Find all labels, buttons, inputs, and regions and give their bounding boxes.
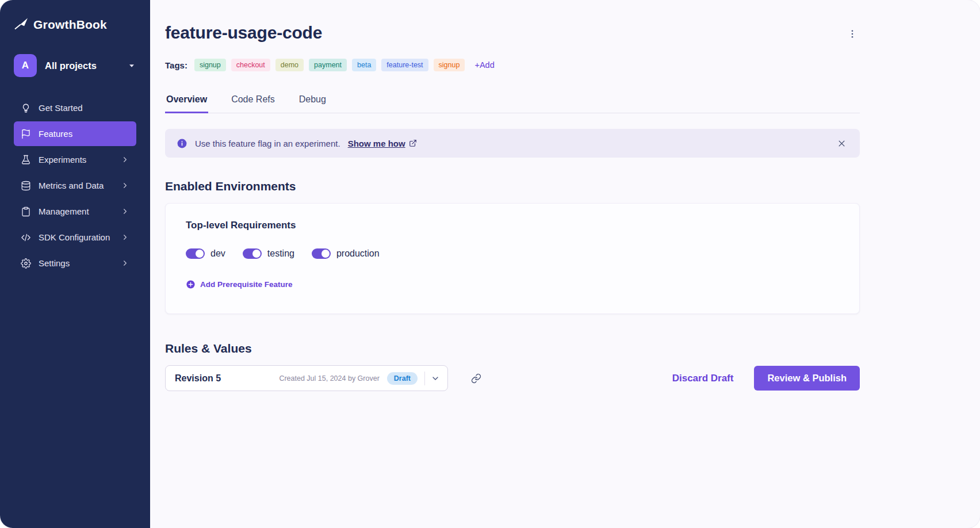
chevron-right-icon [121, 259, 129, 267]
env-testing: testing [243, 248, 294, 259]
tag-pill: signup [434, 59, 465, 71]
flask-icon [21, 155, 31, 165]
nav-label: SDK Configuration [39, 232, 110, 242]
env-label: production [336, 248, 380, 259]
env-production: production [312, 248, 380, 259]
sidebar: GrowthBook A All projects Get Started Fe… [0, 0, 150, 528]
tag-pill: checkout [231, 59, 270, 71]
chevron-down-icon[interactable] [431, 374, 440, 383]
sidebar-nav: Get Started Features Experiments [14, 95, 136, 276]
logo-text: GrowthBook [33, 18, 107, 32]
banner-text: Use this feature flag in an experiment. [195, 139, 340, 148]
tag-pill: demo [275, 59, 304, 71]
sidebar-item-get-started[interactable]: Get Started [14, 95, 136, 120]
revision-selector[interactable]: Revision 5 Created Jul 15, 2024 by Grove… [165, 365, 448, 391]
tab-debug[interactable]: Debug [298, 94, 327, 113]
enabled-environments-heading: Enabled Environments [165, 179, 860, 193]
code-icon [21, 232, 31, 243]
tags-row: Tags: signup checkout demo payment beta … [165, 59, 860, 71]
tag-pill: signup [194, 59, 226, 71]
page-title: feature-usage-code [165, 23, 322, 43]
sidebar-item-settings[interactable]: Settings [14, 251, 136, 276]
project-avatar: A [14, 54, 37, 77]
close-icon[interactable] [835, 137, 848, 150]
database-icon [21, 181, 31, 191]
chevron-right-icon [121, 181, 129, 190]
environments-card: Top-level Requirements dev testing produ… [165, 203, 860, 314]
page-header: feature-usage-code [165, 23, 860, 43]
add-prerequisite-label: Add Prerequisite Feature [200, 280, 293, 289]
tag-pill: payment [309, 59, 347, 71]
sidebar-item-metrics-and-data[interactable]: Metrics and Data [14, 173, 136, 198]
revision-meta: Created Jul 15, 2024 by Grover [279, 374, 379, 382]
kebab-menu-icon[interactable] [845, 26, 860, 41]
status-badge: Draft [387, 372, 418, 385]
nav-label: Get Started [39, 103, 83, 113]
env-label: dev [210, 248, 225, 259]
main-content: feature-usage-code Tags: signup checkout… [150, 0, 980, 528]
experiment-info-banner: Use this feature flag in an experiment. … [165, 129, 860, 158]
add-tag-button[interactable]: +Add [474, 60, 494, 70]
add-prerequisite-feature-button[interactable]: Add Prerequisite Feature [186, 280, 293, 289]
clipboard-icon [21, 206, 31, 217]
growthbook-logo-icon [14, 17, 29, 32]
link-icon[interactable] [471, 373, 481, 384]
nav-label: Features [39, 129, 72, 139]
toggle-knob [252, 250, 261, 258]
environment-toggles: dev testing production [186, 248, 839, 259]
chevron-down-icon [127, 61, 136, 70]
gear-icon [21, 258, 31, 269]
divider [424, 372, 425, 385]
toggle-production[interactable] [312, 248, 331, 259]
tab-bar: Overview Code Refs Debug [165, 94, 860, 113]
toggle-testing[interactable] [243, 248, 262, 259]
show-me-how-link[interactable]: Show me how [348, 139, 417, 148]
toggle-knob [321, 250, 330, 258]
tab-code-refs[interactable]: Code Refs [230, 94, 276, 113]
tags-label: Tags: [165, 60, 187, 70]
nav-label: Metrics and Data [39, 181, 104, 190]
lightbulb-icon [21, 103, 31, 113]
info-icon [177, 138, 187, 149]
nav-label: Management [39, 206, 89, 216]
tab-overview[interactable]: Overview [165, 94, 208, 113]
chevron-right-icon [121, 233, 129, 242]
project-name: All projects [45, 60, 97, 71]
chevron-right-icon [121, 207, 129, 216]
sidebar-item-experiments[interactable]: Experiments [14, 147, 136, 172]
review-publish-button[interactable]: Review & Publish [754, 366, 860, 391]
toggle-knob [196, 250, 204, 258]
external-link-icon [409, 139, 417, 147]
app-window: GrowthBook A All projects Get Started Fe… [0, 0, 980, 528]
sidebar-item-sdk-configuration[interactable]: SDK Configuration [14, 225, 136, 250]
toggle-dev[interactable] [186, 248, 205, 259]
nav-label: Experiments [39, 155, 86, 164]
banner-link-label: Show me how [348, 139, 405, 148]
top-level-requirements-heading: Top-level Requirements [186, 220, 839, 231]
rules-values-heading: Rules & Values [165, 342, 860, 355]
discard-draft-button[interactable]: Discard Draft [672, 373, 734, 384]
chevron-right-icon [121, 155, 129, 164]
env-label: testing [267, 248, 294, 259]
env-dev: dev [186, 248, 225, 259]
plus-circle-icon [186, 280, 196, 289]
flag-icon [21, 129, 31, 139]
sidebar-item-management[interactable]: Management [14, 199, 136, 224]
tag-pill: beta [352, 59, 376, 71]
logo[interactable]: GrowthBook [14, 17, 136, 32]
revision-row: Revision 5 Created Jul 15, 2024 by Grove… [165, 365, 860, 426]
nav-label: Settings [39, 258, 70, 268]
tag-pill: feature-test [381, 59, 428, 71]
sidebar-item-features[interactable]: Features [14, 121, 136, 146]
project-selector[interactable]: A All projects [14, 54, 136, 77]
revision-label: Revision 5 [175, 373, 221, 384]
